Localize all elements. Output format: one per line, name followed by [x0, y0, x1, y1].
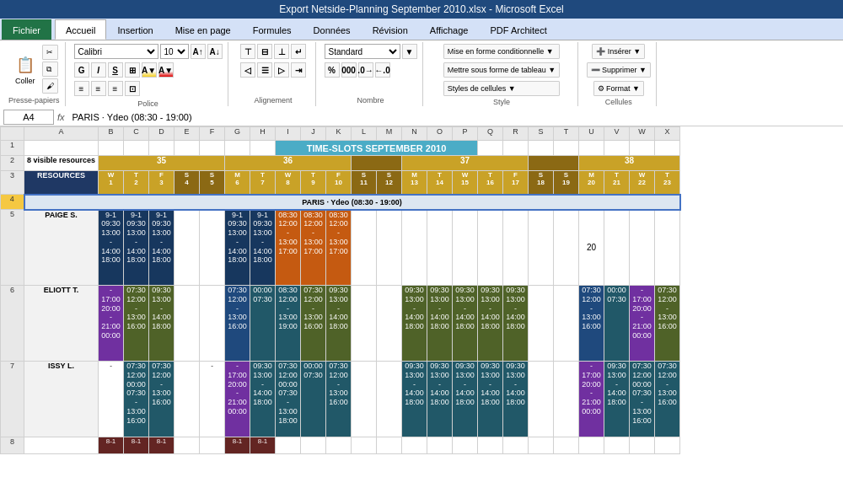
- font-color-button[interactable]: A▼: [158, 62, 174, 78]
- tab-insertion[interactable]: Insertion: [106, 19, 164, 40]
- increase-decimal-button[interactable]: .0→: [358, 62, 373, 78]
- cell-issy-name[interactable]: ISSY L.: [24, 362, 99, 437]
- cell-w8[interactable]: W8: [276, 171, 301, 195]
- cell-7k[interactable]: 07:3012:00-13:0016:00: [326, 362, 352, 437]
- cell-8p[interactable]: [453, 437, 478, 454]
- col-w-header[interactable]: W: [630, 127, 655, 141]
- col-k-header[interactable]: K: [326, 127, 352, 141]
- cell-7w[interactable]: 07:3012:0000:0007:30-13:0016:00: [630, 362, 655, 437]
- cell-u1[interactable]: [579, 141, 604, 156]
- cell-t16[interactable]: T16: [478, 171, 503, 195]
- col-b-header[interactable]: B: [99, 127, 124, 141]
- col-t-header[interactable]: T: [554, 127, 579, 141]
- cell-w1[interactable]: [630, 141, 655, 156]
- cell-6c[interactable]: 07:3012:00-13:0016:00: [124, 286, 149, 362]
- col-s-header[interactable]: S: [529, 127, 554, 141]
- col-e-header[interactable]: E: [175, 127, 200, 141]
- cell-8u[interactable]: [579, 437, 604, 454]
- cell-x1[interactable]: [655, 141, 680, 156]
- cell-5e[interactable]: [175, 210, 200, 286]
- font-size-select[interactable]: 10: [160, 44, 189, 59]
- row-4-header[interactable]: 4: [1, 195, 24, 210]
- tab-accueil[interactable]: Accueil: [55, 19, 106, 40]
- number-format-select[interactable]: Standard: [325, 44, 400, 59]
- col-u-header[interactable]: U: [579, 127, 604, 141]
- col-f-header[interactable]: F: [200, 127, 225, 141]
- wrap-text-button[interactable]: ↵: [291, 44, 306, 59]
- cell-5h[interactable]: 9-109:3013:00-14:0018:00: [250, 210, 276, 286]
- bold-button[interactable]: G: [74, 62, 89, 78]
- formula-input[interactable]: [68, 110, 840, 125]
- tab-formules[interactable]: Formules: [242, 19, 303, 40]
- cell-week37[interactable]: 37: [402, 156, 529, 171]
- align-right-button[interactable]: ≡: [108, 81, 123, 96]
- cell-7f[interactable]: -: [200, 362, 225, 437]
- cell-resources-label[interactable]: RESOURCES: [24, 171, 99, 195]
- cell-a1[interactable]: [24, 141, 99, 156]
- cell-6n[interactable]: 09:3013:00-14:0018:00: [402, 286, 427, 362]
- cell-7l[interactable]: [352, 362, 377, 437]
- cell-6w[interactable]: -17:0020:00-21:0000:00: [630, 286, 655, 362]
- cell-6t[interactable]: [554, 286, 579, 362]
- cell-7v[interactable]: 09:3013:00-14:0018:00: [604, 362, 630, 437]
- cell-6s[interactable]: [529, 286, 554, 362]
- coller-button[interactable]: 📋 Coller: [10, 46, 40, 93]
- cell-8r[interactable]: [503, 437, 529, 454]
- cell-w22[interactable]: W22: [630, 171, 655, 195]
- cell-6g[interactable]: 07:3012:00-13:0016:00: [225, 286, 250, 362]
- cell-5f[interactable]: [200, 210, 225, 286]
- cell-6b[interactable]: -17:0020:00-21:0000:00: [99, 286, 124, 362]
- border-button[interactable]: ⊞: [125, 62, 140, 78]
- table-format-button[interactable]: Mettre sous forme de tableau ▼: [443, 62, 560, 78]
- row-7-header[interactable]: 7: [1, 362, 24, 437]
- cell-5c[interactable]: 9-109:3013:00-14:0018:00: [124, 210, 149, 286]
- cell-5t[interactable]: [554, 210, 579, 286]
- cell-8o[interactable]: [427, 437, 453, 454]
- fill-color-button[interactable]: A▼: [142, 62, 157, 78]
- cell-5g[interactable]: 9-109:3013:00-14:0018:00: [225, 210, 250, 286]
- col-o-header[interactable]: O: [427, 127, 453, 141]
- row-3-header[interactable]: 3: [1, 171, 24, 195]
- percent-button[interactable]: %: [325, 62, 340, 78]
- row-6-header[interactable]: 6: [1, 286, 24, 362]
- cell-8s[interactable]: [529, 437, 554, 454]
- cell-5r[interactable]: [503, 210, 529, 286]
- align-center-button[interactable]: ≡: [91, 81, 106, 96]
- cell-w1[interactable]: W1: [99, 171, 124, 195]
- conditional-format-button[interactable]: Mise en forme conditionnelle ▼: [443, 44, 560, 59]
- cell-7s[interactable]: [529, 362, 554, 437]
- cell-d1[interactable]: [149, 141, 175, 156]
- middle-align-button[interactable]: ⊟: [257, 44, 272, 59]
- col-h-header[interactable]: H: [250, 127, 276, 141]
- cell-7j[interactable]: 00:0007:30: [301, 362, 326, 437]
- cell-5n[interactable]: [402, 210, 427, 286]
- cell-5p[interactable]: [453, 210, 478, 286]
- cell-week38[interactable]: 38: [579, 156, 680, 171]
- italic-button[interactable]: I: [91, 62, 106, 78]
- cell-7u[interactable]: -17:0020:00-21:0000:00: [579, 362, 604, 437]
- cell-7q[interactable]: 09:3013:00-14:0018:00: [478, 362, 503, 437]
- cell-t7[interactable]: T7: [250, 171, 276, 195]
- cell-8k[interactable]: [326, 437, 352, 454]
- cell-6f[interactable]: [200, 286, 225, 362]
- cell-title-merged[interactable]: TIME-SLOTS SEPTEMBER 2010: [276, 141, 478, 156]
- format-button[interactable]: ⚙ Format ▼: [593, 81, 644, 96]
- cell-7x[interactable]: 07:3012:00-13:0016:00: [655, 362, 680, 437]
- cell-7i[interactable]: 07:3012:0000:0007:30-13:0018:00: [276, 362, 301, 437]
- row-1-header[interactable]: 1: [1, 141, 24, 156]
- cell-t9[interactable]: T9: [301, 171, 326, 195]
- cell-week35[interactable]: 35: [99, 156, 225, 171]
- cell-styles-button[interactable]: Styles de cellules ▼: [443, 81, 560, 96]
- bottom-align-button[interactable]: ⊥: [274, 44, 289, 59]
- couper-button[interactable]: ✂: [42, 45, 58, 60]
- cell-7b[interactable]: -: [99, 362, 124, 437]
- increase-font-button[interactable]: A↑: [191, 44, 206, 59]
- spreadsheet[interactable]: A B C D E F G H I J K L M N O P Q R S T …: [0, 126, 843, 503]
- col-d-header[interactable]: D: [149, 127, 175, 141]
- cell-6p[interactable]: 09:3013:00-14:0018:00: [453, 286, 478, 362]
- cell-s1[interactable]: [529, 141, 554, 156]
- cell-f3[interactable]: F3: [149, 171, 175, 195]
- cell-7p[interactable]: 09:3013:00-14:0018:00: [453, 362, 478, 437]
- tab-pdf-architect[interactable]: PDF Architect: [479, 19, 557, 40]
- cell-5d[interactable]: 9-109:3013:00-14:0018:00: [149, 210, 175, 286]
